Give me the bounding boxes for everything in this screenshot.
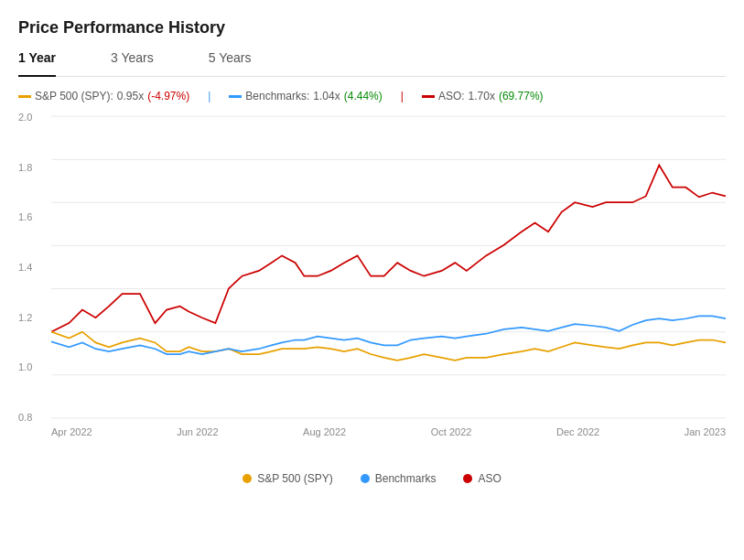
aso-color-bar	[422, 95, 435, 98]
spy-line	[51, 332, 726, 361]
bottom-legend: S&P 500 (SPY) Benchmarks ASO	[18, 472, 726, 485]
benchmarks-line	[51, 316, 726, 354]
bottom-legend-spy: S&P 500 (SPY)	[243, 472, 333, 485]
page-container: Price Performance History 1 Year 3 Years…	[18, 18, 726, 485]
legend-aso: ASO: 1.70x (69.77%)	[422, 90, 544, 102]
benchmarks-color-bar	[229, 95, 242, 98]
x-axis: Apr 2022 Jun 2022 Aug 2022 Oct 2022 Dec …	[51, 426, 726, 437]
page-title: Price Performance History	[18, 18, 726, 38]
top-legend: S&P 500 (SPY): 0.95x (-4.97%) | Benchmar…	[18, 90, 726, 102]
legend-benchmarks: Benchmarks: 1.04x (4.44%)	[229, 90, 382, 102]
aso-dot	[463, 474, 472, 483]
tab-3years[interactable]: 3 Years	[111, 50, 154, 70]
tab-group: 1 Year 3 Years 5 Years	[18, 50, 726, 77]
benchmarks-dot	[361, 474, 370, 483]
legend-spy: S&P 500 (SPY): 0.95x (-4.97%)	[18, 90, 189, 102]
bottom-legend-benchmarks: Benchmarks	[361, 472, 437, 485]
y-axis: 2.0 1.8 1.6 1.4 1.2 1.0 0.8	[18, 112, 32, 423]
spy-color-bar	[18, 95, 31, 98]
spy-dot	[243, 474, 252, 483]
aso-line	[51, 165, 726, 331]
chart-area: 2.0 1.8 1.6 1.4 1.2 1.0 0.8	[18, 112, 726, 459]
tab-5years[interactable]: 5 Years	[209, 50, 252, 70]
bottom-legend-aso: ASO	[463, 472, 501, 485]
tab-1year[interactable]: 1 Year	[18, 50, 56, 70]
line-chart	[51, 112, 726, 423]
